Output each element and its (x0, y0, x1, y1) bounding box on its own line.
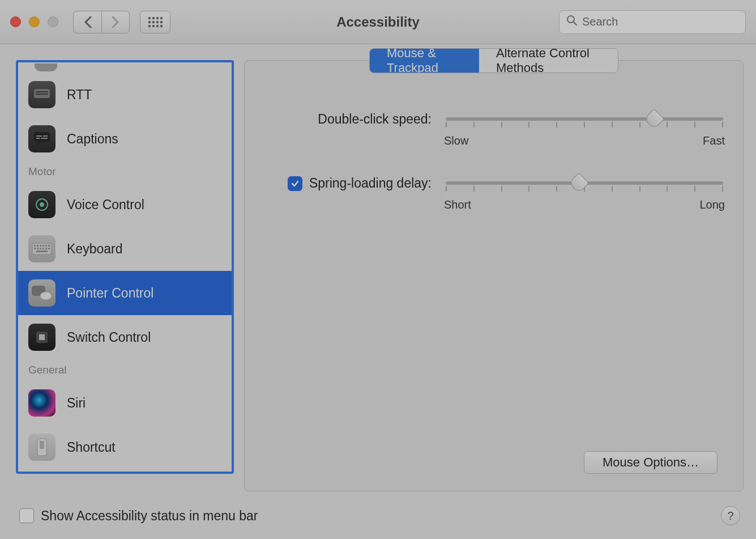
accessibility-category-sidebar[interactable]: RTT Captions Motor Voice Control (16, 60, 234, 474)
grid-icon (148, 17, 163, 27)
sidebar-item-switch-control[interactable]: Switch Control (18, 315, 232, 359)
zoom-window-button[interactable] (48, 16, 58, 27)
svg-rect-32 (40, 441, 44, 449)
search-field-container[interactable] (559, 10, 746, 34)
tab-mouse-trackpad[interactable]: Mouse & Trackpad (370, 49, 479, 73)
sidebar-partial-item-above (18, 62, 232, 73)
system-preferences-window: Accessibility RTT (0, 0, 756, 539)
double-click-speed-row: Double-click speed: Slow Fast (262, 112, 726, 147)
pointer-control-detail-pane: Mouse & Trackpad Alternate Control Metho… (244, 60, 744, 491)
search-icon (566, 15, 578, 29)
sidebar-item-label: RTT (67, 87, 92, 103)
captions-icon (28, 125, 55, 152)
svg-point-28 (40, 292, 52, 300)
forward-button[interactable] (101, 11, 130, 33)
voice-control-icon (28, 191, 55, 218)
pointer-control-icon (28, 279, 55, 307)
svg-rect-24 (45, 248, 47, 249)
window-controls (10, 16, 58, 27)
svg-rect-20 (34, 248, 36, 249)
pointer-control-tabs: Mouse & Trackpad Alternate Control Metho… (369, 48, 618, 73)
titlebar: Accessibility (0, 0, 756, 44)
slider-min-label: Short (444, 198, 471, 211)
svg-point-0 (567, 16, 574, 23)
tab-alternate-control[interactable]: Alternate Control Methods (479, 49, 618, 73)
spring-loading-delay-label: Spring-loading delay: (309, 176, 432, 191)
help-button[interactable]: ? (721, 506, 740, 525)
sidebar-item-shortcut[interactable]: Shortcut (18, 425, 232, 469)
sidebar-item-label: Voice Control (67, 197, 144, 213)
sidebar-item-label: Siri (67, 396, 86, 411)
chevron-right-icon (112, 16, 119, 28)
svg-rect-15 (37, 245, 39, 247)
show-all-button[interactable] (140, 11, 170, 33)
svg-rect-3 (36, 91, 48, 92)
question-mark-icon: ? (727, 510, 733, 523)
show-accessibility-status-option[interactable]: Show Accessibility status in menu bar (19, 508, 258, 524)
svg-rect-5 (34, 132, 50, 142)
switch-control-icon (28, 324, 55, 351)
sidebar-item-rtt[interactable]: RTT (18, 73, 232, 117)
sidebar-item-captions[interactable]: Captions (18, 117, 232, 161)
spring-loading-delay-slider[interactable] (446, 181, 723, 185)
siri-icon (28, 389, 55, 417)
svg-rect-9 (36, 138, 40, 139)
sidebar-item-label: Switch Control (67, 330, 151, 345)
slider-max-label: Fast (703, 134, 725, 147)
sidebar-section-general: General (18, 359, 232, 381)
svg-rect-30 (39, 334, 45, 340)
mouse-options-button[interactable]: Mouse Options… (584, 451, 717, 474)
sidebar-item-label: Keyboard (67, 241, 122, 257)
slider-max-label: Long (700, 198, 725, 211)
sidebar-item-voice-control[interactable]: Voice Control (18, 183, 232, 227)
svg-rect-14 (34, 245, 36, 247)
spring-loading-delay-checkbox[interactable] (288, 176, 302, 191)
spring-loading-delay-row: Spring-loading delay: Short Long (262, 176, 726, 211)
sidebar-item-keyboard[interactable]: Keyboard (18, 227, 232, 271)
sidebar-item-pointer-control[interactable]: Pointer Control (18, 271, 232, 315)
minimize-window-button[interactable] (29, 16, 40, 27)
svg-line-1 (574, 22, 576, 25)
footer: Show Accessibility status in menu bar ? (16, 491, 744, 529)
rtt-icon (28, 81, 55, 108)
search-input[interactable] (582, 15, 738, 28)
svg-rect-17 (42, 245, 44, 247)
sidebar-item-label: Captions (67, 131, 118, 147)
svg-rect-16 (40, 245, 41, 247)
checkmark-icon (291, 179, 300, 188)
svg-rect-21 (37, 248, 39, 249)
svg-rect-19 (48, 245, 50, 247)
chevron-left-icon (84, 16, 92, 28)
close-window-button[interactable] (10, 16, 21, 27)
svg-rect-10 (41, 138, 48, 139)
svg-rect-22 (40, 248, 41, 249)
sidebar-item-siri[interactable]: Siri (18, 381, 232, 425)
show-accessibility-status-label: Show Accessibility status in menu bar (41, 508, 258, 524)
svg-rect-25 (48, 248, 50, 249)
show-accessibility-status-checkbox[interactable] (19, 508, 34, 523)
keyboard-icon (28, 235, 55, 262)
sidebar-item-label: Shortcut (67, 440, 116, 455)
svg-marker-6 (37, 142, 41, 146)
slider-min-label: Slow (444, 134, 468, 147)
window-title: Accessibility (336, 14, 420, 30)
svg-rect-7 (36, 135, 42, 137)
svg-rect-8 (43, 135, 48, 137)
sidebar-item-label: Pointer Control (67, 286, 153, 301)
svg-rect-18 (45, 245, 47, 247)
svg-rect-23 (42, 248, 44, 249)
svg-rect-4 (36, 94, 48, 95)
shortcut-icon (28, 434, 55, 461)
back-button[interactable] (73, 11, 101, 33)
double-click-speed-slider[interactable] (446, 117, 723, 121)
nav-buttons (73, 11, 130, 33)
svg-rect-26 (36, 251, 48, 252)
sidebar-section-motor: Motor (18, 161, 232, 183)
double-click-speed-label: Double-click speed: (318, 112, 432, 127)
svg-point-12 (40, 202, 44, 207)
